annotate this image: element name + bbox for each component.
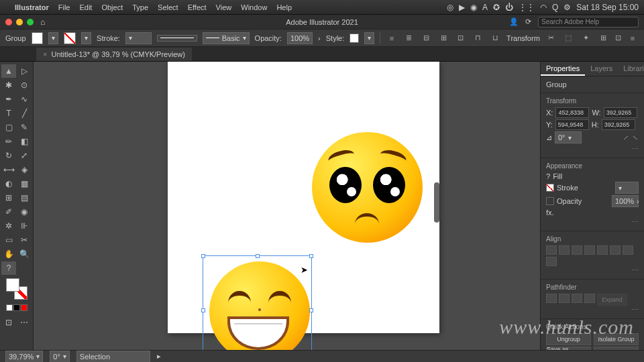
- stroke-weight-panel[interactable]: ▾: [615, 182, 639, 194]
- menu-edit[interactable]: Edit: [79, 3, 92, 11]
- resize-handle[interactable]: [201, 254, 205, 258]
- line-tool[interactable]: ╱: [17, 107, 32, 120]
- resize-handle[interactable]: [309, 254, 313, 258]
- resize-handle[interactable]: [256, 254, 260, 258]
- style-dropdown[interactable]: ▾: [364, 32, 374, 44]
- app-name[interactable]: Illustrator: [15, 3, 49, 11]
- zoom-level[interactable]: 39,79%▾: [5, 351, 43, 363]
- symbol-sprayer-tool[interactable]: ✲: [1, 219, 16, 233]
- rotate-view[interactable]: 0°▾: [50, 351, 70, 363]
- rectangle-tool[interactable]: ▢: [1, 121, 16, 134]
- fill-swatch[interactable]: [32, 32, 44, 44]
- distribute-h[interactable]: [623, 245, 633, 255]
- align-icon[interactable]: ≡: [386, 32, 398, 44]
- mesh-tool[interactable]: ⊞: [1, 191, 16, 204]
- magic-wand-tool[interactable]: ✱: [1, 78, 16, 92]
- align-bottom[interactable]: [610, 245, 621, 255]
- align-icon[interactable]: ⊔: [489, 32, 501, 44]
- align-left[interactable]: [546, 245, 557, 255]
- artboard-tool[interactable]: ▭: [1, 233, 16, 247]
- misc-icon[interactable]: ⬚: [563, 32, 575, 44]
- stroke-dropdown[interactable]: ▾: [81, 32, 91, 44]
- wifi-icon[interactable]: ◠: [540, 3, 547, 12]
- perspective-tool[interactable]: ▦: [17, 177, 32, 190]
- clock[interactable]: Sat 18 Sep 15:00: [576, 3, 639, 12]
- menu-object[interactable]: Object: [101, 3, 123, 11]
- align-vcenter[interactable]: [597, 245, 608, 255]
- transform-x[interactable]: [555, 107, 589, 118]
- misc-icon[interactable]: ✂: [545, 32, 557, 44]
- transform-w[interactable]: [604, 107, 637, 118]
- tab-layers[interactable]: Layers: [585, 62, 618, 76]
- menu-window[interactable]: Window: [241, 3, 267, 11]
- pathfinder-minus[interactable]: [559, 294, 570, 303]
- fill-stroke-control[interactable]: [6, 278, 28, 300]
- style-swatch[interactable]: [350, 34, 359, 43]
- slice-tool[interactable]: ✂: [17, 233, 32, 247]
- curvature-tool[interactable]: ∿: [17, 93, 32, 106]
- paintbrush-tool[interactable]: ✎: [17, 121, 32, 134]
- hand-tool[interactable]: ✋: [1, 247, 16, 261]
- menu-view[interactable]: View: [216, 3, 232, 11]
- type-tool[interactable]: T: [1, 107, 16, 120]
- panel-menu-icon[interactable]: ≡: [627, 32, 639, 44]
- minimize-window[interactable]: [16, 19, 23, 25]
- search-input[interactable]: Search Adobe Help: [538, 17, 639, 27]
- isolate-button[interactable]: Isolate Group: [594, 333, 639, 345]
- resize-handle[interactable]: [309, 308, 313, 312]
- lasso-tool[interactable]: ⊙: [17, 78, 32, 92]
- align-hcenter[interactable]: [559, 245, 570, 255]
- sync-icon[interactable]: ⟳: [525, 17, 531, 26]
- graph-tool[interactable]: ⊪: [17, 219, 32, 233]
- tool-hint[interactable]: Selection: [76, 351, 150, 363]
- emoji-sad-face[interactable]: [312, 132, 423, 243]
- menu-file[interactable]: File: [58, 3, 70, 11]
- tab-properties[interactable]: Properties: [541, 62, 585, 76]
- fill-row[interactable]: Fill: [553, 172, 562, 180]
- pathfinder-exclude[interactable]: [584, 294, 595, 303]
- transform-y[interactable]: [555, 119, 589, 130]
- selection-tool[interactable]: ▲: [1, 64, 16, 78]
- layout-icon[interactable]: ⊞: [597, 32, 609, 44]
- opacity-input[interactable]: 100%: [287, 32, 313, 44]
- menu-type[interactable]: Type: [132, 3, 148, 11]
- misc-icon[interactable]: ✦: [580, 32, 592, 44]
- align-icon[interactable]: ⊟: [421, 32, 433, 44]
- stroke-weight[interactable]: ▾: [125, 32, 152, 44]
- vertical-scrollbar[interactable]: [434, 182, 439, 223]
- pathfinder-intersect[interactable]: [572, 294, 582, 303]
- resize-handle[interactable]: [201, 308, 205, 312]
- fill-dropdown[interactable]: ▾: [48, 32, 58, 44]
- stroke-profile[interactable]: [157, 35, 197, 42]
- opacity-panel[interactable]: 100%›: [612, 195, 639, 207]
- zoom-window[interactable]: [27, 19, 34, 25]
- transform-link[interactable]: Transform: [506, 34, 540, 42]
- wifi-icon[interactable]: ⋮⋮: [519, 3, 535, 12]
- shaper-tool[interactable]: ✏: [1, 135, 16, 148]
- edit-toolbar[interactable]: ⋯: [17, 316, 32, 329]
- menu-select[interactable]: Select: [158, 3, 178, 11]
- free-transform-tool[interactable]: ◈: [17, 163, 32, 176]
- brush-def[interactable]: Basic▾: [203, 32, 250, 44]
- pathfinder-unite[interactable]: [546, 294, 557, 303]
- selection-bounding-box[interactable]: [203, 255, 312, 350]
- align-right[interactable]: [572, 245, 582, 255]
- scale-tool[interactable]: ⤢: [17, 149, 32, 162]
- width-tool[interactable]: ⟷: [1, 163, 16, 176]
- stroke-swatch[interactable]: [64, 32, 76, 44]
- distribute-v[interactable]: [546, 257, 557, 266]
- home-icon[interactable]: ⌂: [40, 17, 45, 27]
- stroke-swatch[interactable]: [546, 184, 554, 192]
- eraser-tool[interactable]: ◧: [17, 135, 32, 148]
- menu-effect[interactable]: Effect: [188, 3, 207, 11]
- help-tool[interactable]: ?: [1, 261, 16, 275]
- rotate-input[interactable]: 0°▾: [555, 131, 582, 143]
- eyedropper-tool[interactable]: ✐: [1, 205, 16, 219]
- align-icon[interactable]: ⊞: [437, 32, 449, 44]
- pen-tool[interactable]: ✒: [1, 93, 16, 106]
- control-center-icon[interactable]: ⚙: [564, 3, 571, 12]
- color-mode-swatches[interactable]: [1, 303, 32, 312]
- align-icon[interactable]: ≣: [403, 32, 415, 44]
- ungroup-button[interactable]: Ungroup: [546, 333, 591, 345]
- shape-builder-tool[interactable]: ◐: [1, 177, 16, 190]
